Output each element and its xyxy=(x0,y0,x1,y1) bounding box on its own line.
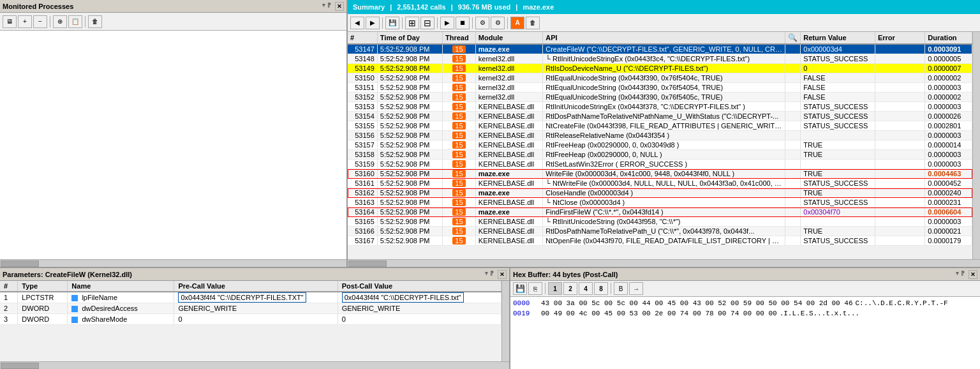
table-row[interactable]: 53153 5:52:52.908 PM 15 KERNELBASE.dll R… xyxy=(348,102,972,112)
api-filter-btn[interactable]: ⚙ xyxy=(475,17,489,29)
params-row[interactable]: 2 DWORD dwDesiredAccess GENERIC_WRITE GE… xyxy=(0,303,501,314)
delete-btn[interactable]: 🗑 xyxy=(88,15,102,28)
left-panel-hscroll[interactable] xyxy=(0,259,346,267)
params-vscroll[interactable] xyxy=(501,281,509,361)
table-row[interactable]: 53161 5:52:52.908 PM 15 KERNELBASE.dll └… xyxy=(348,179,972,188)
params-row[interactable]: 3 DWORD dwShareMode 0 0 xyxy=(0,314,501,325)
cell-num: 53152 xyxy=(348,93,377,102)
table-row[interactable]: 53155 5:52:52.908 PM 15 KERNELBASE.dll N… xyxy=(348,121,972,131)
ph-type[interactable]: Type xyxy=(18,281,68,292)
api-play-btn[interactable]: ▶ xyxy=(440,17,454,29)
col-header-duration[interactable]: Duration xyxy=(925,32,972,44)
table-row[interactable]: 53165 5:52:52.908 PM 15 KERNELBASE.dll └… xyxy=(348,217,972,227)
table-row[interactable]: 53152 5:52:52.908 PM 15 kernel32.dll Rtl… xyxy=(348,93,972,102)
api-sep4 xyxy=(472,17,473,29)
summary-tab[interactable]: Summary xyxy=(353,3,385,11)
table-row[interactable]: 53158 5:52:52.908 PM 15 KERNELBASE.dll R… xyxy=(348,150,972,160)
api-stop-btn[interactable]: ⏹ xyxy=(456,17,470,29)
cell-module: KERNELBASE.dll xyxy=(475,198,542,207)
table-row[interactable]: 53163 5:52:52.908 PM 15 KERNELBASE.dll └… xyxy=(348,198,972,207)
table-row[interactable]: 53167 5:52:52.908 PM 15 KERNELBASE.dll N… xyxy=(348,236,972,246)
cell-module: KERNELBASE.dll xyxy=(475,217,542,227)
api-highlight-btn[interactable]: A xyxy=(510,17,524,29)
cell-num: 53156 xyxy=(348,131,377,140)
table-row[interactable]: 53160 5:52:52.908 PM 15 maze.exe WriteFi… xyxy=(348,169,972,179)
left-hscroll-thumb[interactable] xyxy=(1,260,39,267)
api-sep1 xyxy=(382,17,383,29)
hex-2-btn[interactable]: 2 xyxy=(563,282,577,295)
col-header-thread[interactable]: Thread xyxy=(442,32,475,44)
target-btn[interactable]: ⊕ xyxy=(53,15,67,28)
import-btn[interactable]: 📋 xyxy=(68,15,82,28)
add-process-btn[interactable]: + xyxy=(18,15,32,28)
api-forward-btn[interactable]: ▶ xyxy=(366,17,380,29)
col-header-api[interactable]: API xyxy=(543,32,785,44)
col-header-time[interactable]: Time of Day xyxy=(377,32,442,44)
ph-pre[interactable]: Pre-Call Value xyxy=(174,281,338,292)
hex-4-btn[interactable]: 4 xyxy=(579,282,593,295)
hex-right-btn[interactable]: → xyxy=(629,282,643,295)
table-row[interactable]: 53150 5:52:52.908 PM 15 kernel32.dll Rtl… xyxy=(348,73,972,83)
ph-post[interactable]: Post-Call Value xyxy=(338,281,501,292)
hex-panel: Hex Buffer: 44 bytes (Post-Call) ▾ ⁋ ✕ 💾… xyxy=(510,268,980,369)
col-header-num[interactable]: # xyxy=(348,32,377,44)
cell-return: 0 xyxy=(801,64,875,73)
table-row[interactable]: 53166 5:52:52.908 PM 15 KERNELBASE.dll R… xyxy=(348,227,972,236)
col-header-return[interactable]: Return Value xyxy=(801,32,875,44)
monitored-processes-pin[interactable]: ✕ xyxy=(335,2,344,11)
table-row[interactable]: 53157 5:52:52.908 PM 15 KERNELBASE.dll R… xyxy=(348,140,972,150)
cell-num: 53162 xyxy=(348,188,377,198)
params-hscroll-thumb[interactable] xyxy=(1,363,39,369)
cell-thread: 15 xyxy=(442,131,475,140)
cell-time: 5:52:52.908 PM xyxy=(377,121,442,131)
cell-error xyxy=(875,54,924,64)
monitor-icon-btn[interactable]: 🖥 xyxy=(3,15,17,28)
api-hscroll-thumb[interactable] xyxy=(348,260,387,267)
params-table-area[interactable]: # Type Name Pre-Call Value Post-Call Val… xyxy=(0,281,501,361)
search-icon-header[interactable]: 🔍 xyxy=(785,32,801,44)
ph-num[interactable]: # xyxy=(0,281,18,292)
cell-return: STATUS_SUCCESS xyxy=(801,112,875,121)
table-row[interactable]: 53156 5:52:52.908 PM 15 KERNELBASE.dll R… xyxy=(348,131,972,140)
table-row[interactable]: 53162 5:52:52.908 PM 15 maze.exe CloseHa… xyxy=(348,188,972,198)
cell-module: KERNELBASE.dll xyxy=(475,236,542,246)
table-row[interactable]: 53147 5:52:52.908 PM 15 maze.exe CreateF… xyxy=(348,44,972,54)
col-header-error[interactable]: Error xyxy=(875,32,924,44)
api-filter2-btn[interactable]: ⚙ xyxy=(491,17,505,29)
hex-close-btn[interactable]: ✕ xyxy=(969,270,977,279)
cell-error xyxy=(875,188,924,198)
api-trash-btn[interactable]: 🗑 xyxy=(526,17,540,29)
col-header-module[interactable]: Module xyxy=(475,32,542,44)
remove-process-btn[interactable]: − xyxy=(33,15,47,28)
hex-left-btn[interactable]: B xyxy=(614,282,628,295)
api-table-scroll[interactable]: # Time of Day Thread Module API 🔍 Return… xyxy=(348,32,972,259)
cell-time: 5:52:52.908 PM xyxy=(377,227,442,236)
table-row[interactable]: 53154 5:52:52.908 PM 15 KERNELBASE.dll R… xyxy=(348,112,972,121)
table-row[interactable]: 53148 5:52:52.908 PM 15 kernel32.dll └ R… xyxy=(348,54,972,64)
table-row[interactable]: 53149 5:52:52.908 PM 15 kernel32.dll Rtl… xyxy=(348,64,972,73)
api-save-btn[interactable]: 💾 xyxy=(385,17,399,29)
table-row[interactable]: 53159 5:52:52.908 PM 15 KERNELBASE.dll R… xyxy=(348,160,972,169)
params-hscroll[interactable] xyxy=(0,361,509,369)
hex-8-btn[interactable]: 8 xyxy=(594,282,608,295)
cell-thread: 15 xyxy=(442,54,475,64)
cell-module: KERNELBASE.dll xyxy=(475,112,542,121)
params-row[interactable]: 1 LPCTSTR lpFileName 0x0443f4f4 "C:\\DEC… xyxy=(0,292,501,303)
table-row[interactable]: 53164 5:52:52.908 PM 15 maze.exe FindFir… xyxy=(348,207,972,217)
cell-thread: 15 xyxy=(442,44,475,54)
api-vscroll[interactable] xyxy=(972,32,980,259)
api-grid2-btn[interactable]: ⊟ xyxy=(420,17,434,29)
cell-search xyxy=(785,44,801,54)
hex-1-btn[interactable]: 1 xyxy=(548,282,562,295)
bottom-area: Parameters: CreateFileW (Kernel32.dll) ▾… xyxy=(0,267,980,369)
params-close-btn[interactable]: ✕ xyxy=(498,270,507,279)
hex-save-btn[interactable]: 💾 xyxy=(513,282,527,295)
ph-name[interactable]: Name xyxy=(68,281,174,292)
api-grid-btn[interactable]: ⊞ xyxy=(405,17,419,29)
api-hscroll[interactable] xyxy=(348,259,980,267)
cell-api: RtlEqualUnicodeString (0x0443f390, 0x76f… xyxy=(543,83,785,93)
table-row[interactable]: 53151 5:52:52.908 PM 15 kernel32.dll Rtl… xyxy=(348,83,972,93)
p-name: dwDesiredAccess xyxy=(68,303,174,314)
api-back-btn[interactable]: ◀ xyxy=(350,17,364,29)
hex-copy-btn[interactable]: ⎘ xyxy=(528,282,542,295)
